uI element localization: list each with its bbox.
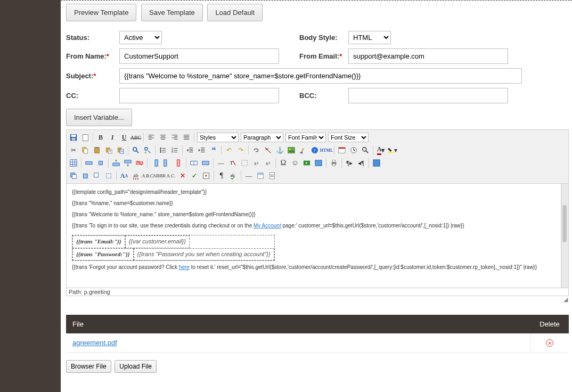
visualchars-icon[interactable]: ¶ — [216, 170, 227, 181]
acronym-icon[interactable]: A.C. — [166, 170, 176, 181]
row-props-icon[interactable] — [84, 158, 94, 168]
ltr-icon[interactable]: ¶▸ — [344, 158, 355, 168]
insert-variable-button[interactable]: Insert Variable... — [66, 109, 132, 126]
attribs-icon[interactable] — [201, 170, 211, 181]
blockquote-icon[interactable]: ❝ — [208, 145, 219, 156]
layer-forward-icon[interactable] — [80, 170, 91, 181]
preview-icon[interactable] — [360, 145, 371, 156]
pagebreak-icon[interactable] — [267, 170, 277, 181]
indent-icon[interactable] — [197, 145, 207, 156]
split-cells-icon[interactable] — [189, 158, 199, 168]
number-list-icon[interactable]: 123 — [169, 145, 180, 156]
from-name-input[interactable] — [119, 48, 279, 64]
merge-cells-icon[interactable] — [200, 158, 211, 168]
text-color-icon[interactable]: A ▾ — [375, 145, 386, 156]
nonbreaking-icon[interactable]: — — [243, 170, 254, 181]
insert-date-icon[interactable] — [337, 145, 347, 156]
paste-word-icon[interactable]: W — [115, 145, 126, 156]
bold-icon[interactable]: B — [95, 132, 106, 143]
font-family-select[interactable]: Font Family — [285, 133, 326, 142]
abbr-icon[interactable]: ABBR — [154, 170, 165, 181]
editor-scrollbar[interactable] — [561, 184, 568, 288]
hr-icon[interactable]: — — [216, 158, 226, 168]
align-justify-icon[interactable] — [181, 132, 192, 143]
status-select[interactable]: Active — [119, 31, 162, 44]
visual-aid-icon[interactable] — [239, 158, 250, 168]
bg-color-icon[interactable]: ▾ — [387, 145, 398, 156]
find-icon[interactable] — [130, 145, 141, 156]
cite-icon[interactable]: A.B.C — [142, 170, 153, 181]
outdent-icon[interactable] — [185, 145, 195, 156]
save-icon[interactable] — [68, 132, 79, 143]
cleanup-icon[interactable] — [298, 145, 308, 156]
template-icon[interactable] — [255, 170, 266, 181]
spellcheck2-icon[interactable]: ab — [228, 170, 239, 181]
insert-row-before-icon[interactable] — [111, 158, 121, 168]
ins-icon[interactable]: ✓ — [189, 170, 200, 181]
redo-icon[interactable]: ↷ — [235, 145, 246, 156]
remove-format-icon[interactable]: T — [227, 158, 238, 168]
preview-template-button[interactable]: Preview Template — [66, 4, 136, 21]
charmap-icon[interactable]: Ω — [278, 158, 289, 168]
align-center-icon[interactable] — [158, 132, 168, 143]
from-email-input[interactable] — [348, 48, 508, 64]
iframe-icon[interactable] — [313, 158, 324, 168]
bullet-list-icon[interactable] — [158, 145, 168, 156]
print-icon[interactable] — [329, 158, 339, 168]
insert-col-before-icon[interactable] — [150, 158, 160, 168]
format-select[interactable]: Paragraph — [241, 133, 283, 142]
replace-icon[interactable]: A — [142, 145, 153, 156]
anchor-icon[interactable]: ⚓ — [274, 145, 285, 156]
html-source-icon[interactable]: HTML — [321, 145, 332, 156]
font-size-select[interactable]: Font Size — [328, 133, 369, 142]
subscript-icon[interactable]: x2 — [251, 158, 262, 168]
undo-icon[interactable]: ↶ — [224, 145, 234, 156]
insert-row-after-icon[interactable] — [122, 158, 133, 168]
spellcheck-icon[interactable]: ab — [130, 170, 141, 181]
styles-select[interactable]: Styles — [197, 133, 239, 142]
del-icon[interactable]: ✕ — [177, 170, 188, 181]
underline-icon[interactable]: U — [119, 132, 129, 143]
superscript-icon[interactable]: x2 — [263, 158, 273, 168]
cell-props-icon[interactable] — [95, 158, 106, 168]
emoticon-icon[interactable]: ☺ — [290, 158, 300, 168]
bcc-input[interactable] — [348, 88, 508, 103]
layer-icon[interactable] — [68, 170, 79, 181]
save-template-button[interactable]: Save Template — [141, 4, 203, 21]
align-right-icon[interactable] — [169, 132, 180, 143]
insert-time-icon[interactable] — [348, 145, 359, 156]
attachment-link[interactable]: agreement.pdf — [72, 339, 117, 347]
image-icon[interactable] — [286, 145, 297, 156]
rtl-icon[interactable]: ◂¶ — [356, 158, 366, 168]
unlink-icon[interactable] — [263, 145, 273, 156]
cc-input[interactable] — [119, 88, 279, 103]
browse-file-button[interactable]: Browser File — [66, 360, 111, 373]
delete-icon[interactable]: ✕ — [546, 339, 553, 347]
copy-icon[interactable] — [80, 145, 91, 156]
reset-here-link[interactable]: here — [179, 264, 190, 270]
link-icon[interactable] — [251, 145, 262, 156]
my-account-link[interactable]: My Account — [254, 223, 281, 228]
delete-col-icon[interactable] — [173, 158, 184, 168]
fullscreen-icon[interactable] — [371, 158, 382, 168]
media-icon[interactable] — [301, 158, 312, 168]
load-default-button[interactable]: Load Default — [207, 4, 263, 21]
layer-back-icon[interactable] — [92, 170, 102, 181]
subject-input[interactable] — [119, 68, 522, 84]
table-icon[interactable] — [68, 158, 79, 168]
strikethrough-icon[interactable]: ABC — [130, 132, 141, 143]
editor-content[interactable]: {{template config_path="design/email/hea… — [67, 184, 568, 288]
italic-icon[interactable]: I — [107, 132, 118, 143]
insert-col-after-icon[interactable] — [161, 158, 172, 168]
paste-text-icon[interactable]: T — [103, 145, 114, 156]
layer-abs-icon[interactable] — [103, 170, 114, 181]
cut-icon[interactable]: ✂ — [68, 145, 79, 156]
help-icon[interactable]: ? — [309, 145, 320, 156]
newdoc-icon[interactable] — [80, 132, 91, 143]
styleprops-icon[interactable]: AA — [119, 170, 129, 181]
resize-handle-icon[interactable]: ◢ — [66, 296, 569, 303]
align-left-icon[interactable] — [146, 132, 157, 143]
paste-icon[interactable] — [92, 145, 102, 156]
upload-file-button[interactable]: Upload File — [115, 360, 157, 373]
body-style-select[interactable]: HTML — [348, 31, 391, 44]
